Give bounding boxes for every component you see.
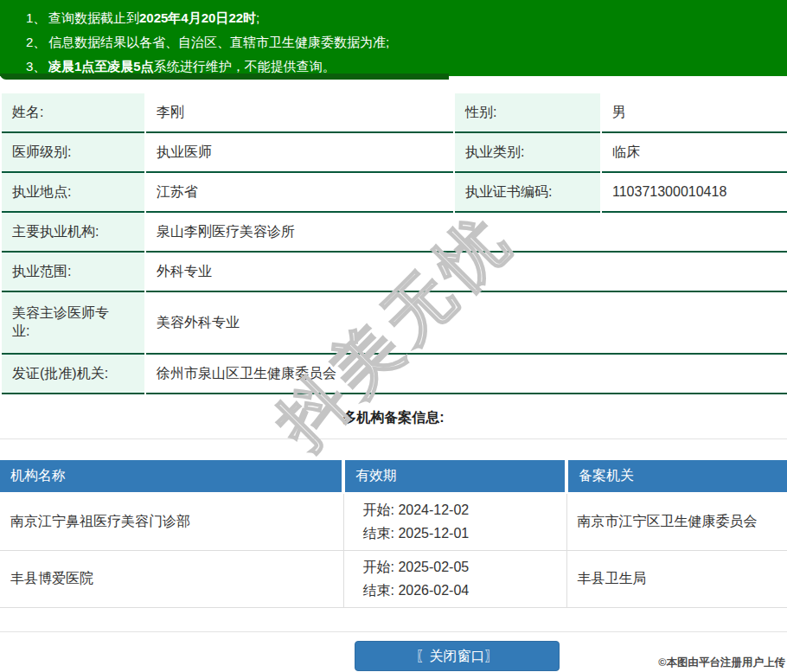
- image-credit-watermark: ©本图由平台注册用户上传: [658, 656, 785, 670]
- notice-list: 1、查询数据截止到2025年4月20日22时;2、信息数据结果以各省、自治区、直…: [26, 6, 778, 79]
- field-value: 110371300010418: [602, 173, 787, 213]
- field-label: 执业地点:: [2, 173, 144, 213]
- field-value: 江苏省: [146, 173, 453, 213]
- filing-section-title: 多机构备案信息:: [0, 409, 787, 426]
- notice-item: 2、信息数据结果以各省、自治区、直辖市卫生健康委数据为准;: [26, 30, 778, 54]
- period-end: 结束: 2026-02-04: [363, 579, 556, 602]
- field-label: 医师级别:: [2, 133, 144, 173]
- footer-divider: [0, 631, 787, 632]
- filing-column-header: 备案机关: [566, 460, 787, 493]
- field-value: 泉山李刚医疗美容诊所: [146, 213, 787, 253]
- notice-number: 1、: [26, 6, 48, 30]
- notice-item: 1、查询数据截止到2025年4月20日22时;: [26, 6, 778, 30]
- doctor-info-body: 姓名:李刚性别:男医师级别:执业医师执业类别:临床执业地点:江苏省执业证书编码:…: [2, 93, 787, 394]
- notice-number: 3、: [26, 54, 48, 79]
- doctor-info-table: 姓名:李刚性别:男医师级别:执业医师执业类别:临床执业地点:江苏省执业证书编码:…: [0, 93, 787, 394]
- org-name-cell: 丰县博爱医院: [0, 550, 343, 607]
- doctor-info-row: 姓名:李刚性别:男: [2, 93, 787, 133]
- notice-text: 信息数据结果以各省、自治区、直辖市卫生健康委数据为准;: [48, 30, 389, 54]
- doctor-info-row: 执业地点:江苏省执业证书编码:110371300010418: [2, 173, 787, 213]
- field-label: 性别:: [455, 93, 600, 133]
- valid-period-cell: 开始: 2025-02-05结束: 2026-02-04: [343, 550, 566, 607]
- filing-column-header: 机构名称: [0, 460, 343, 493]
- section-divider: [0, 438, 787, 439]
- field-value: 临床: [602, 133, 787, 173]
- filing-authority-cell: 丰县卫生局: [566, 550, 787, 607]
- field-label: 主要执业机构:: [2, 213, 144, 253]
- notice-text: 凌晨1点至凌晨5点系统进行维护，不能提供查询。: [48, 54, 336, 79]
- field-label: 执业证书编码:: [455, 173, 600, 213]
- doctor-info-row: 发证(批准)机关:徐州市泉山区卫生健康委员会: [2, 355, 787, 394]
- field-value: 美容外科专业: [146, 292, 787, 355]
- period-start: 开始: 2024-12-02: [363, 498, 556, 522]
- field-label: 执业范围:: [2, 253, 144, 292]
- filing-column-header: 有效期: [343, 460, 566, 493]
- period-start: 开始: 2025-02-05: [363, 555, 556, 579]
- notice-text: 查询数据截止到2025年4月20日22时;: [48, 6, 259, 30]
- period-end: 结束: 2025-12-01: [363, 522, 556, 545]
- org-name-cell: 南京江宁鼻祖医疗美容门诊部: [0, 493, 343, 550]
- field-label: 发证(批准)机关:: [2, 355, 144, 394]
- doctor-info-row: 执业范围:外科专业: [2, 253, 787, 292]
- field-label: 执业类别:: [455, 133, 600, 173]
- doctor-info-row: 美容主诊医师专业:美容外科专业: [2, 292, 787, 355]
- notice-item: 3、凌晨1点至凌晨5点系统进行维护，不能提供查询。: [26, 54, 778, 79]
- field-label: 姓名:: [2, 93, 144, 133]
- doctor-info-row: 医师级别:执业医师执业类别:临床: [2, 133, 787, 173]
- notice-panel: 1、查询数据截止到2025年4月20日22时;2、信息数据结果以各省、自治区、直…: [0, 0, 787, 76]
- field-value: 徐州市泉山区卫生健康委员会: [146, 355, 787, 394]
- filing-table: 机构名称有效期备案机关 南京江宁鼻祖医疗美容门诊部开始: 2024-12-02结…: [0, 460, 787, 608]
- filing-header-row: 机构名称有效期备案机关: [0, 460, 787, 493]
- notice-number: 2、: [26, 30, 48, 54]
- close-window-button[interactable]: 〖关闭窗口〗: [355, 641, 560, 671]
- field-value: 男: [602, 93, 787, 133]
- field-value: 执业医师: [146, 133, 453, 173]
- field-value: 外科专业: [146, 253, 787, 292]
- field-value: 李刚: [146, 93, 453, 133]
- doctor-info-row: 主要执业机构:泉山李刚医疗美容诊所: [2, 213, 787, 253]
- filing-authority-cell: 南京市江宁区卫生健康委员会: [566, 493, 787, 550]
- valid-period-cell: 开始: 2024-12-02结束: 2025-12-01: [343, 493, 566, 550]
- field-label: 美容主诊医师专业:: [2, 292, 144, 355]
- filing-table-body: 南京江宁鼻祖医疗美容门诊部开始: 2024-12-02结束: 2025-12-0…: [0, 493, 787, 607]
- filing-row: 丰县博爱医院开始: 2025-02-05结束: 2026-02-04丰县卫生局: [0, 550, 787, 607]
- filing-row: 南京江宁鼻祖医疗美容门诊部开始: 2024-12-02结束: 2025-12-0…: [0, 493, 787, 550]
